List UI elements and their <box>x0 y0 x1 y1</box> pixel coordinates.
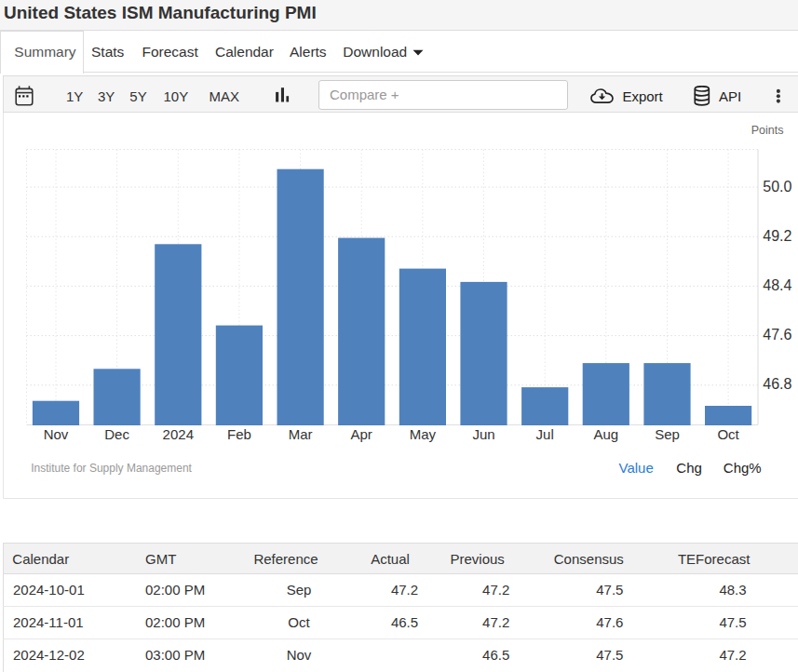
svg-text:Jul: Jul <box>536 426 554 442</box>
svg-text:Apr: Apr <box>351 426 372 442</box>
svg-text:Aug: Aug <box>593 426 618 442</box>
svg-text:Jun: Jun <box>472 426 494 442</box>
svg-text:Feb: Feb <box>227 426 251 442</box>
svg-text:49.2: 49.2 <box>763 228 791 244</box>
svg-text:Chg: Chg <box>676 460 702 476</box>
svg-text:46.8: 46.8 <box>763 376 791 392</box>
svg-text:50.0: 50.0 <box>763 179 791 195</box>
svg-text:Mar: Mar <box>289 426 313 442</box>
svg-text:May: May <box>410 426 437 442</box>
svg-text:47.6: 47.6 <box>763 327 791 343</box>
svg-text:Nov: Nov <box>44 426 69 442</box>
svg-text:48.4: 48.4 <box>763 277 791 293</box>
svg-text:Value: Value <box>619 460 654 476</box>
svg-text:Chg%: Chg% <box>724 460 762 476</box>
svg-text:Sep: Sep <box>655 426 680 442</box>
svg-text:Institute for Supply Managemen: Institute for Supply Management <box>31 462 192 475</box>
svg-text:Dec: Dec <box>104 426 129 442</box>
svg-text:Points: Points <box>751 124 784 137</box>
svg-text:2024: 2024 <box>163 426 194 442</box>
svg-text:Oct: Oct <box>717 426 739 442</box>
